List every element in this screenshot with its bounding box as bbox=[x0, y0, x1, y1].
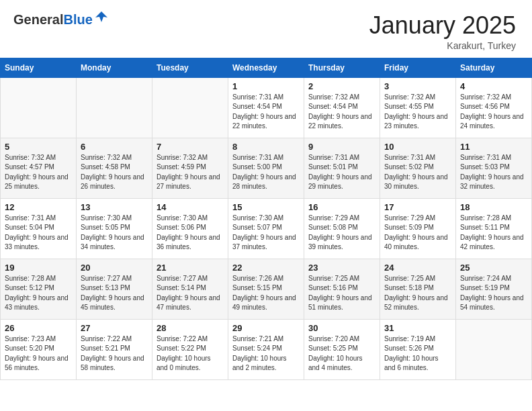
day-info: Sunrise: 7:31 AM Sunset: 5:02 PM Dayligh… bbox=[384, 153, 451, 192]
weekday-header-friday: Friday bbox=[380, 58, 456, 77]
day-number: 5 bbox=[5, 142, 72, 152]
day-info: Sunrise: 7:23 AM Sunset: 5:20 PM Dayligh… bbox=[5, 334, 72, 373]
day-number: 7 bbox=[157, 142, 224, 152]
day-number: 11 bbox=[460, 142, 527, 152]
calendar-cell bbox=[456, 319, 532, 379]
day-number: 13 bbox=[81, 202, 148, 212]
day-number: 21 bbox=[157, 263, 224, 273]
calendar-cell: 14Sunrise: 7:30 AM Sunset: 5:06 PM Dayli… bbox=[152, 198, 228, 259]
title-block: January 2025 Karakurt, Turkey bbox=[369, 12, 516, 51]
day-number: 26 bbox=[5, 323, 72, 333]
logo-blue-text: Blue bbox=[63, 12, 92, 28]
calendar-cell: 23Sunrise: 7:25 AM Sunset: 5:16 PM Dayli… bbox=[304, 259, 380, 319]
calendar-cell: 7Sunrise: 7:32 AM Sunset: 4:59 PM Daylig… bbox=[152, 138, 228, 198]
day-info: Sunrise: 7:25 AM Sunset: 5:16 PM Dayligh… bbox=[308, 274, 375, 313]
day-number: 3 bbox=[384, 81, 451, 91]
calendar-cell: 28Sunrise: 7:22 AM Sunset: 5:22 PM Dayli… bbox=[152, 319, 228, 379]
day-info: Sunrise: 7:32 AM Sunset: 4:56 PM Dayligh… bbox=[460, 93, 527, 132]
day-number: 28 bbox=[157, 323, 224, 333]
day-info: Sunrise: 7:22 AM Sunset: 5:21 PM Dayligh… bbox=[81, 334, 148, 373]
calendar-cell: 26Sunrise: 7:23 AM Sunset: 5:20 PM Dayli… bbox=[1, 319, 77, 379]
day-info: Sunrise: 7:30 AM Sunset: 5:05 PM Dayligh… bbox=[81, 214, 148, 253]
calendar-cell bbox=[152, 77, 228, 138]
calendar-cell: 12Sunrise: 7:31 AM Sunset: 5:04 PM Dayli… bbox=[1, 198, 77, 259]
weekday-header-wednesday: Wednesday bbox=[228, 58, 304, 77]
day-number: 10 bbox=[384, 142, 451, 152]
calendar-cell: 17Sunrise: 7:29 AM Sunset: 5:09 PM Dayli… bbox=[380, 198, 456, 259]
calendar-cell: 21Sunrise: 7:27 AM Sunset: 5:14 PM Dayli… bbox=[152, 259, 228, 319]
day-info: Sunrise: 7:24 AM Sunset: 5:19 PM Dayligh… bbox=[460, 274, 527, 313]
calendar-cell: 2Sunrise: 7:32 AM Sunset: 4:54 PM Daylig… bbox=[304, 77, 380, 138]
day-number: 4 bbox=[460, 81, 527, 91]
day-number: 29 bbox=[232, 323, 300, 333]
calendar-cell: 31Sunrise: 7:19 AM Sunset: 5:26 PM Dayli… bbox=[380, 319, 456, 379]
day-info: Sunrise: 7:32 AM Sunset: 4:58 PM Dayligh… bbox=[81, 153, 148, 192]
calendar-week-row: 26Sunrise: 7:23 AM Sunset: 5:20 PM Dayli… bbox=[1, 319, 532, 379]
calendar-cell: 24Sunrise: 7:25 AM Sunset: 5:18 PM Dayli… bbox=[380, 259, 456, 319]
calendar-cell: 10Sunrise: 7:31 AM Sunset: 5:02 PM Dayli… bbox=[380, 138, 456, 198]
calendar-cell: 13Sunrise: 7:30 AM Sunset: 5:05 PM Dayli… bbox=[77, 198, 152, 259]
day-info: Sunrise: 7:31 AM Sunset: 5:01 PM Dayligh… bbox=[308, 153, 375, 192]
logo-bird-icon bbox=[94, 10, 109, 28]
calendar-table: SundayMondayTuesdayWednesdayThursdayFrid… bbox=[0, 58, 532, 380]
day-number: 19 bbox=[5, 263, 72, 273]
day-info: Sunrise: 7:30 AM Sunset: 5:06 PM Dayligh… bbox=[157, 214, 224, 253]
calendar-cell: 25Sunrise: 7:24 AM Sunset: 5:19 PM Dayli… bbox=[456, 259, 532, 319]
day-number: 24 bbox=[384, 263, 451, 273]
weekday-header-row: SundayMondayTuesdayWednesdayThursdayFrid… bbox=[1, 58, 532, 77]
logo: General Blue bbox=[13, 12, 109, 28]
calendar-cell: 16Sunrise: 7:29 AM Sunset: 5:08 PM Dayli… bbox=[304, 198, 380, 259]
location: Karakurt, Turkey bbox=[369, 40, 516, 51]
calendar-cell: 6Sunrise: 7:32 AM Sunset: 4:58 PM Daylig… bbox=[77, 138, 152, 198]
day-info: Sunrise: 7:31 AM Sunset: 4:54 PM Dayligh… bbox=[232, 93, 300, 132]
day-info: Sunrise: 7:32 AM Sunset: 4:54 PM Dayligh… bbox=[308, 93, 375, 132]
day-info: Sunrise: 7:32 AM Sunset: 4:55 PM Dayligh… bbox=[384, 93, 451, 132]
day-info: Sunrise: 7:22 AM Sunset: 5:22 PM Dayligh… bbox=[157, 334, 224, 373]
calendar-cell bbox=[77, 77, 152, 138]
day-info: Sunrise: 7:20 AM Sunset: 5:25 PM Dayligh… bbox=[308, 334, 375, 373]
svg-marker-0 bbox=[95, 11, 107, 22]
day-number: 20 bbox=[81, 263, 148, 273]
weekday-header-saturday: Saturday bbox=[456, 58, 532, 77]
calendar-cell: 9Sunrise: 7:31 AM Sunset: 5:01 PM Daylig… bbox=[304, 138, 380, 198]
weekday-header-thursday: Thursday bbox=[304, 58, 380, 77]
calendar-cell: 30Sunrise: 7:20 AM Sunset: 5:25 PM Dayli… bbox=[304, 319, 380, 379]
calendar-cell: 29Sunrise: 7:21 AM Sunset: 5:24 PM Dayli… bbox=[228, 319, 304, 379]
weekday-header-tuesday: Tuesday bbox=[152, 58, 228, 77]
calendar-cell: 27Sunrise: 7:22 AM Sunset: 5:21 PM Dayli… bbox=[77, 319, 152, 379]
day-number: 14 bbox=[157, 202, 224, 212]
logo-general-text: General bbox=[13, 12, 63, 28]
calendar-cell bbox=[1, 77, 77, 138]
day-info: Sunrise: 7:29 AM Sunset: 5:09 PM Dayligh… bbox=[384, 214, 451, 253]
day-number: 17 bbox=[384, 202, 451, 212]
day-number: 6 bbox=[81, 142, 148, 152]
calendar-week-row: 19Sunrise: 7:28 AM Sunset: 5:12 PM Dayli… bbox=[1, 259, 532, 319]
day-info: Sunrise: 7:26 AM Sunset: 5:15 PM Dayligh… bbox=[232, 274, 300, 313]
calendar-page: General Blue January 2025 Karakurt, Turk… bbox=[0, 0, 532, 411]
weekday-header-sunday: Sunday bbox=[1, 58, 77, 77]
day-number: 15 bbox=[232, 202, 300, 212]
day-number: 2 bbox=[308, 81, 375, 91]
calendar-cell: 4Sunrise: 7:32 AM Sunset: 4:56 PM Daylig… bbox=[456, 77, 532, 138]
day-info: Sunrise: 7:31 AM Sunset: 5:00 PM Dayligh… bbox=[232, 153, 300, 192]
day-info: Sunrise: 7:27 AM Sunset: 5:13 PM Dayligh… bbox=[81, 274, 148, 313]
day-number: 30 bbox=[308, 323, 375, 333]
month-title: January 2025 bbox=[369, 12, 516, 39]
weekday-header-monday: Monday bbox=[77, 58, 152, 77]
calendar-week-row: 12Sunrise: 7:31 AM Sunset: 5:04 PM Dayli… bbox=[1, 198, 532, 259]
day-number: 18 bbox=[460, 202, 527, 212]
day-number: 23 bbox=[308, 263, 375, 273]
day-number: 22 bbox=[232, 263, 300, 273]
calendar-cell: 5Sunrise: 7:32 AM Sunset: 4:57 PM Daylig… bbox=[1, 138, 77, 198]
day-number: 27 bbox=[81, 323, 148, 333]
day-number: 8 bbox=[232, 142, 300, 152]
day-info: Sunrise: 7:27 AM Sunset: 5:14 PM Dayligh… bbox=[157, 274, 224, 313]
day-info: Sunrise: 7:19 AM Sunset: 5:26 PM Dayligh… bbox=[384, 334, 451, 373]
day-number: 31 bbox=[384, 323, 451, 333]
day-info: Sunrise: 7:28 AM Sunset: 5:12 PM Dayligh… bbox=[5, 274, 72, 313]
calendar-week-row: 5Sunrise: 7:32 AM Sunset: 4:57 PM Daylig… bbox=[1, 138, 532, 198]
calendar-cell: 20Sunrise: 7:27 AM Sunset: 5:13 PM Dayli… bbox=[77, 259, 152, 319]
calendar-cell: 8Sunrise: 7:31 AM Sunset: 5:00 PM Daylig… bbox=[228, 138, 304, 198]
day-info: Sunrise: 7:31 AM Sunset: 5:03 PM Dayligh… bbox=[460, 153, 527, 192]
calendar-cell: 1Sunrise: 7:31 AM Sunset: 4:54 PM Daylig… bbox=[228, 77, 304, 138]
